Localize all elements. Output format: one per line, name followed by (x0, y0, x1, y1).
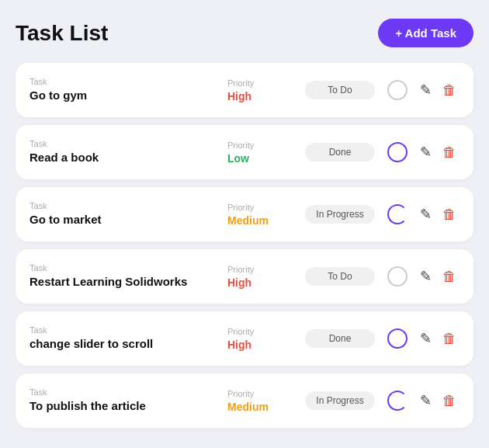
task-name: Read a book (29, 151, 227, 165)
task-name: Restart Learning Solidworks (29, 275, 227, 290)
priority-section: Priority High (227, 327, 305, 351)
delete-button[interactable]: 🗑 (439, 328, 460, 350)
priority-label: Priority (227, 203, 305, 212)
task-label: Task (29, 139, 227, 148)
task-card: Task Restart Learning Solidworks Priorit… (16, 249, 473, 304)
delete-icon: 🗑 (442, 331, 456, 347)
task-label: Task (29, 201, 227, 210)
priority-section: Priority High (227, 78, 305, 102)
priority-label: Priority (227, 265, 305, 274)
priority-value: High (227, 339, 305, 351)
task-list: Task Go to gym Priority High To Do ✎ 🗑 T… (16, 63, 473, 428)
task-card: Task To publish the article Priority Med… (16, 373, 473, 428)
priority-section: Priority Low (227, 141, 305, 165)
status-badge: Done (305, 329, 375, 348)
action-icons: ✎ 🗑 (417, 78, 460, 102)
edit-button[interactable]: ✎ (417, 78, 435, 102)
edit-button[interactable]: ✎ (417, 141, 435, 164)
task-card: Task Go to market Priority Medium In Pro… (16, 187, 473, 241)
task-info: Task Go to gym (29, 77, 227, 103)
task-card: Task Go to gym Priority High To Do ✎ 🗑 (16, 63, 473, 117)
priority-section: Priority Medium (227, 389, 305, 413)
add-task-button[interactable]: + Add Task (378, 19, 473, 47)
task-circle[interactable] (381, 80, 414, 100)
edit-icon: ✎ (420, 144, 432, 161)
priority-label: Priority (227, 78, 305, 88)
task-name: Go to gym (29, 89, 227, 103)
task-info: Task Read a book (29, 139, 227, 165)
status-badge: In Progress (305, 205, 375, 224)
delete-icon: 🗑 (442, 269, 456, 285)
delete-button[interactable]: 🗑 (439, 79, 460, 102)
priority-value: High (227, 276, 305, 289)
task-info: Task To publish the article (29, 387, 227, 414)
page-header: Task List + Add Task (16, 19, 473, 47)
edit-icon: ✎ (420, 268, 432, 285)
status-badge: Done (305, 143, 375, 161)
delete-icon: 🗑 (442, 207, 456, 223)
priority-section: Priority Medium (227, 203, 305, 227)
task-info: Task change slider to scroll (29, 325, 227, 352)
priority-value: Medium (227, 214, 305, 227)
priority-value: High (227, 90, 305, 102)
task-label: Task (29, 325, 227, 335)
task-card: Task Read a book Priority Low Done ✎ 🗑 (16, 125, 473, 179)
action-icons: ✎ 🗑 (417, 265, 460, 288)
task-info: Task Go to market (29, 201, 227, 227)
edit-button[interactable]: ✎ (417, 203, 435, 226)
delete-icon: 🗑 (442, 144, 456, 161)
task-name: To publish the article (29, 399, 227, 414)
task-info: Task Restart Learning Solidworks (29, 263, 227, 290)
task-circle[interactable] (381, 328, 414, 349)
status-badge: To Do (305, 81, 375, 99)
delete-button[interactable]: 🗑 (439, 266, 460, 288)
action-icons: ✎ 🗑 (417, 203, 460, 226)
delete-button[interactable]: 🗑 (439, 141, 460, 164)
priority-section: Priority High (227, 265, 305, 289)
edit-icon: ✎ (420, 392, 432, 409)
edit-icon: ✎ (420, 330, 432, 347)
status-badge: In Progress (305, 391, 375, 410)
delete-button[interactable]: 🗑 (439, 390, 460, 412)
task-name: change slider to scroll (29, 337, 227, 352)
action-icons: ✎ 🗑 (417, 141, 460, 164)
edit-icon: ✎ (420, 206, 432, 223)
priority-label: Priority (227, 141, 305, 150)
task-circle[interactable] (381, 142, 414, 162)
priority-label: Priority (227, 327, 305, 336)
action-icons: ✎ 🗑 (417, 389, 460, 412)
task-card: Task change slider to scroll Priority Hi… (16, 311, 473, 366)
task-label: Task (29, 263, 227, 273)
status-badge: To Do (305, 267, 375, 286)
delete-icon: 🗑 (442, 393, 456, 409)
edit-icon: ✎ (420, 82, 432, 99)
priority-label: Priority (227, 389, 305, 398)
task-circle[interactable] (381, 266, 414, 287)
priority-value: Low (227, 152, 305, 165)
edit-button[interactable]: ✎ (417, 265, 435, 288)
edit-button[interactable]: ✎ (417, 327, 435, 350)
task-label: Task (29, 387, 227, 397)
action-icons: ✎ 🗑 (417, 327, 460, 350)
page-title: Task List (16, 21, 108, 46)
priority-value: Medium (227, 401, 305, 413)
delete-button[interactable]: 🗑 (439, 203, 460, 226)
task-circle[interactable] (381, 204, 414, 224)
delete-icon: 🗑 (442, 82, 456, 99)
task-circle[interactable] (381, 391, 414, 411)
task-name: Go to market (29, 213, 227, 227)
edit-button[interactable]: ✎ (417, 389, 435, 412)
task-label: Task (29, 77, 227, 86)
